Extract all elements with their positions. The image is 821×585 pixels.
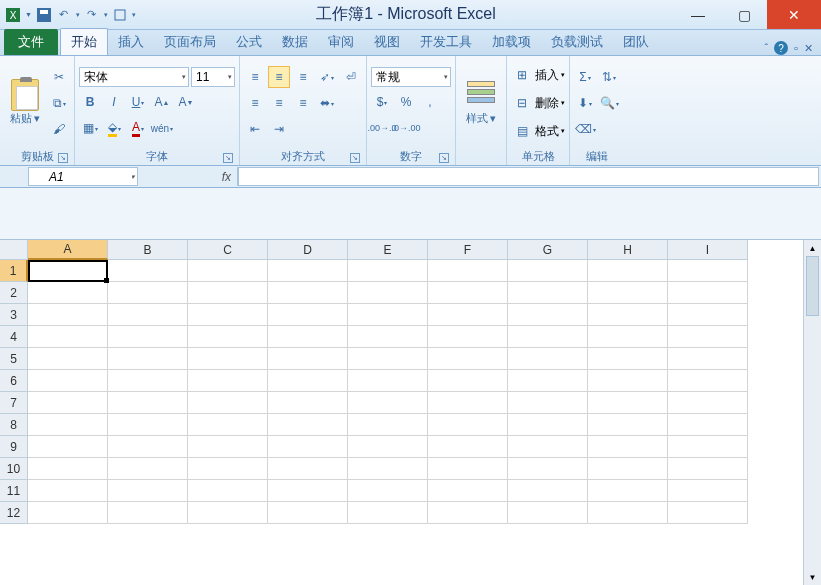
row-header[interactable]: 3 bbox=[0, 304, 28, 326]
fill-icon[interactable]: ⬇▾ bbox=[574, 92, 596, 114]
cell[interactable] bbox=[108, 436, 188, 458]
cell[interactable] bbox=[188, 370, 268, 392]
column-header[interactable]: G bbox=[508, 240, 588, 260]
cell[interactable] bbox=[668, 502, 748, 524]
help-icon[interactable]: ? bbox=[774, 41, 788, 55]
tab-insert[interactable]: 插入 bbox=[108, 29, 154, 55]
row-header[interactable]: 2 bbox=[0, 282, 28, 304]
row-header[interactable]: 8 bbox=[0, 414, 28, 436]
cell[interactable] bbox=[508, 414, 588, 436]
increase-decimal-icon[interactable]: .00→.0 bbox=[371, 117, 393, 139]
cell[interactable] bbox=[268, 502, 348, 524]
sort-filter-icon[interactable]: ⇅▾ bbox=[598, 66, 620, 88]
cell[interactable] bbox=[268, 282, 348, 304]
row-header[interactable]: 6 bbox=[0, 370, 28, 392]
align-bottom-icon[interactable]: ≡ bbox=[292, 66, 314, 88]
cell[interactable] bbox=[268, 436, 348, 458]
undo-dropdown[interactable]: ▾ bbox=[75, 11, 81, 19]
tab-view[interactable]: 视图 bbox=[364, 29, 410, 55]
cell[interactable] bbox=[268, 458, 348, 480]
cell[interactable] bbox=[668, 326, 748, 348]
format-painter-icon[interactable]: 🖌 bbox=[48, 118, 70, 140]
clipboard-launcher[interactable]: ↘ bbox=[58, 153, 68, 163]
cell[interactable] bbox=[28, 414, 108, 436]
delete-cells-button[interactable]: ⊟删除▾ bbox=[511, 92, 565, 114]
cell[interactable] bbox=[268, 414, 348, 436]
cell[interactable] bbox=[28, 480, 108, 502]
tab-review[interactable]: 审阅 bbox=[318, 29, 364, 55]
cell[interactable] bbox=[268, 304, 348, 326]
cell[interactable] bbox=[268, 370, 348, 392]
cell[interactable] bbox=[588, 502, 668, 524]
cell[interactable] bbox=[508, 260, 588, 282]
cell[interactable] bbox=[428, 502, 508, 524]
row-header[interactable]: 1 bbox=[0, 260, 28, 282]
font-size-combo[interactable]: 11▾ bbox=[191, 67, 235, 87]
column-header[interactable]: D bbox=[268, 240, 348, 260]
cell[interactable] bbox=[268, 392, 348, 414]
wrap-text-icon[interactable]: ⏎ bbox=[340, 66, 362, 88]
cell[interactable] bbox=[668, 282, 748, 304]
cell[interactable] bbox=[428, 480, 508, 502]
cell[interactable] bbox=[108, 458, 188, 480]
cell[interactable] bbox=[188, 348, 268, 370]
tab-data[interactable]: 数据 bbox=[272, 29, 318, 55]
minimize-button[interactable]: — bbox=[675, 0, 721, 29]
cell[interactable] bbox=[348, 348, 428, 370]
maximize-button[interactable]: ▢ bbox=[721, 0, 767, 29]
cell[interactable] bbox=[28, 348, 108, 370]
cell[interactable] bbox=[108, 502, 188, 524]
cell[interactable] bbox=[588, 436, 668, 458]
cell[interactable] bbox=[588, 348, 668, 370]
cell[interactable] bbox=[268, 260, 348, 282]
cell[interactable] bbox=[108, 370, 188, 392]
percent-format-icon[interactable]: % bbox=[395, 91, 417, 113]
cell[interactable] bbox=[668, 480, 748, 502]
cell[interactable] bbox=[428, 458, 508, 480]
vertical-scrollbar[interactable]: ▲ ▼ bbox=[803, 240, 821, 585]
tab-page-layout[interactable]: 页面布局 bbox=[154, 29, 226, 55]
cell[interactable] bbox=[188, 436, 268, 458]
cell[interactable] bbox=[188, 260, 268, 282]
cell[interactable] bbox=[28, 326, 108, 348]
format-cells-button[interactable]: ▤格式▾ bbox=[511, 120, 565, 142]
cell[interactable] bbox=[28, 502, 108, 524]
cell[interactable] bbox=[348, 502, 428, 524]
decrease-decimal-icon[interactable]: .0→.00 bbox=[395, 117, 417, 139]
cell[interactable] bbox=[668, 370, 748, 392]
qat-more-icon[interactable] bbox=[111, 6, 129, 24]
cell[interactable] bbox=[588, 304, 668, 326]
cell[interactable] bbox=[188, 480, 268, 502]
row-header[interactable]: 7 bbox=[0, 392, 28, 414]
close-button[interactable]: ✕ bbox=[767, 0, 821, 29]
cell[interactable] bbox=[588, 414, 668, 436]
cell[interactable] bbox=[188, 392, 268, 414]
tab-file[interactable]: 文件 bbox=[4, 29, 58, 55]
close-workbook-icon[interactable]: ✕ bbox=[804, 42, 813, 55]
cell[interactable] bbox=[348, 480, 428, 502]
scroll-thumb[interactable] bbox=[806, 256, 819, 316]
cell[interactable] bbox=[28, 370, 108, 392]
row-header[interactable]: 9 bbox=[0, 436, 28, 458]
cell[interactable] bbox=[508, 370, 588, 392]
cell[interactable] bbox=[668, 304, 748, 326]
tab-addins[interactable]: 加载项 bbox=[482, 29, 541, 55]
row-header[interactable]: 10 bbox=[0, 458, 28, 480]
cell[interactable] bbox=[428, 260, 508, 282]
redo-icon[interactable]: ↷ bbox=[83, 6, 101, 24]
cell[interactable] bbox=[188, 414, 268, 436]
cell[interactable] bbox=[28, 282, 108, 304]
cell[interactable] bbox=[108, 282, 188, 304]
styles-button[interactable]: 样式▾ bbox=[460, 59, 502, 147]
cell[interactable] bbox=[28, 392, 108, 414]
column-header[interactable]: I bbox=[668, 240, 748, 260]
phonetic-button[interactable]: wén▾ bbox=[151, 117, 173, 139]
cell[interactable] bbox=[28, 458, 108, 480]
cell[interactable] bbox=[428, 414, 508, 436]
cell[interactable] bbox=[588, 282, 668, 304]
cell[interactable] bbox=[348, 304, 428, 326]
comma-format-icon[interactable]: , bbox=[419, 91, 441, 113]
cell[interactable] bbox=[348, 260, 428, 282]
insert-cells-button[interactable]: ⊞插入▾ bbox=[511, 64, 565, 86]
cell[interactable] bbox=[188, 458, 268, 480]
